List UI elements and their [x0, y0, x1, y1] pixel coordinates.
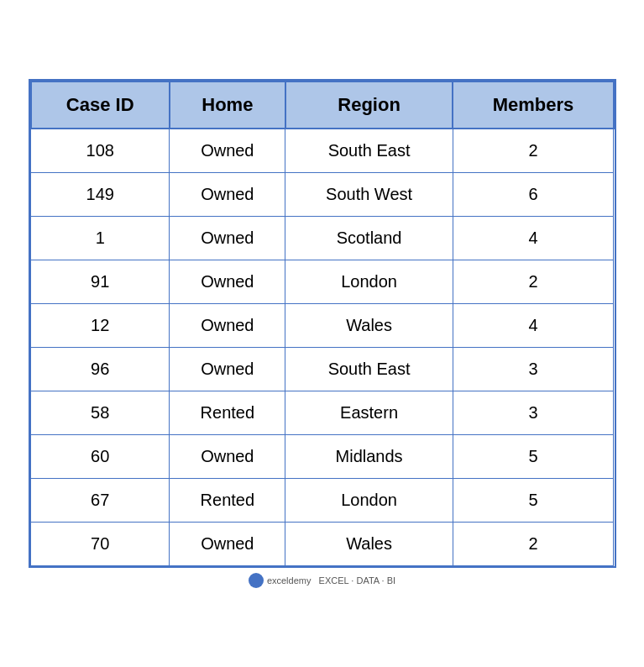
cell-members: 2: [453, 523, 613, 566]
cell-region: Eastern: [285, 391, 453, 435]
cell-case_id: 60: [31, 435, 170, 479]
cell-region: Wales: [285, 523, 453, 566]
column-header-case-id: Case ID: [31, 81, 170, 129]
cell-region: Scotland: [285, 217, 453, 260]
cell-members: 2: [453, 260, 613, 304]
cell-case_id: 149: [31, 173, 170, 217]
cell-members: 6: [453, 173, 613, 217]
cell-case_id: 67: [31, 479, 170, 523]
cell-case_id: 1: [31, 217, 170, 260]
table-row: 96OwnedSouth East3: [31, 348, 614, 391]
watermark: exceldemy EXCEL · DATA · BI: [249, 573, 395, 588]
cell-region: Midlands: [285, 435, 453, 479]
table-row: 12OwnedWales4: [31, 304, 614, 348]
table-row: 70OwnedWales2: [31, 523, 614, 566]
cell-region: London: [285, 260, 453, 304]
cell-home: Owned: [170, 129, 285, 173]
cell-members: 4: [453, 304, 613, 348]
cell-members: 2: [453, 129, 613, 173]
cell-case_id: 70: [31, 523, 170, 566]
table-row: 60OwnedMidlands5: [31, 435, 614, 479]
cell-region: South East: [285, 348, 453, 391]
cell-members: 5: [453, 479, 613, 523]
cell-members: 3: [453, 348, 613, 391]
data-table: Case IDHomeRegionMembers 108OwnedSouth E…: [29, 79, 616, 568]
table-row: 67RentedLondon5: [31, 479, 614, 523]
cell-members: 5: [453, 435, 613, 479]
cell-home: Owned: [170, 173, 285, 217]
cell-case_id: 58: [31, 391, 170, 435]
cell-home: Owned: [170, 217, 285, 260]
cell-region: South East: [285, 129, 453, 173]
column-header-members: Members: [453, 81, 613, 129]
cell-home: Rented: [170, 479, 285, 523]
column-header-region: Region: [285, 81, 453, 129]
watermark-logo: [249, 573, 264, 588]
cell-home: Owned: [170, 435, 285, 479]
table-row: 1OwnedScotland4: [31, 217, 614, 260]
table-row: 91OwnedLondon2: [31, 260, 614, 304]
cell-case_id: 12: [31, 304, 170, 348]
cell-members: 4: [453, 217, 613, 260]
cell-members: 3: [453, 391, 613, 435]
table-row: 58RentedEastern3: [31, 391, 614, 435]
cell-case_id: 108: [31, 129, 170, 173]
table-row: 108OwnedSouth East2: [31, 129, 614, 173]
cell-case_id: 96: [31, 348, 170, 391]
cell-region: Wales: [285, 304, 453, 348]
cell-case_id: 91: [31, 260, 170, 304]
column-header-home: Home: [170, 81, 285, 129]
cell-region: London: [285, 479, 453, 523]
table-row: 149OwnedSouth West6: [31, 173, 614, 217]
cell-home: Owned: [170, 348, 285, 391]
cell-home: Rented: [170, 391, 285, 435]
cell-home: Owned: [170, 304, 285, 348]
cell-home: Owned: [170, 260, 285, 304]
watermark-text: exceldemy EXCEL · DATA · BI: [267, 575, 395, 586]
cell-home: Owned: [170, 523, 285, 566]
cell-region: South West: [285, 173, 453, 217]
